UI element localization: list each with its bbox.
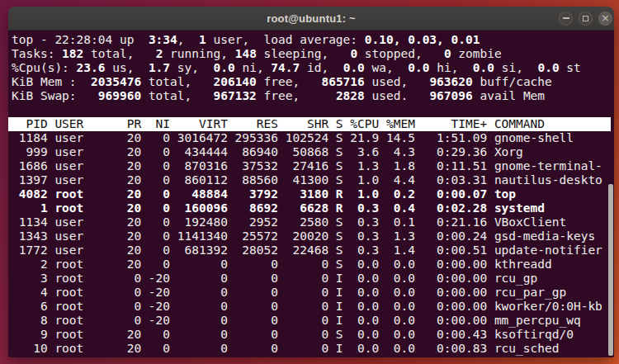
minimize-icon xyxy=(563,17,569,19)
scrollbar-thumb[interactable] xyxy=(608,184,613,356)
process-row: 9 root 20 0 0 0 0 S 0.0 0.0 0:00.43 ksof… xyxy=(12,328,614,342)
summary-line: top - 22:28:04 up 3:34, 1 user, load ave… xyxy=(12,33,614,47)
process-row: 6 root 0 -20 0 0 0 I 0.0 0.0 0:00.00 kwo… xyxy=(12,300,614,314)
window-controls: × xyxy=(559,7,612,30)
process-table-header: PID USER PR NI VIRT RES SHR S %CPU %MEM … xyxy=(8,117,611,131)
process-row: 2 root 20 0 0 0 0 S 0.0 0.0 0:00.00 kthr… xyxy=(12,258,614,272)
process-row: 3 root 0 -20 0 0 0 I 0.0 0.0 0:00.00 rcu… xyxy=(12,272,614,286)
desktop-background: root@ubuntu1: ~ × top - 22:28:04 up 3:34… xyxy=(0,0,619,364)
maximize-icon xyxy=(583,16,588,21)
maximize-button[interactable] xyxy=(579,12,593,26)
top-summary: top - 22:28:04 up 3:34, 1 user, load ave… xyxy=(12,33,614,103)
process-row: 4 root 0 -20 0 0 0 I 0.0 0.0 0:00.00 rcu… xyxy=(12,286,614,300)
terminal-body[interactable]: top - 22:28:04 up 3:34, 1 user, load ave… xyxy=(8,31,614,357)
close-icon: × xyxy=(601,12,610,23)
summary-line: KiB Swap: 969960 total, 967132 free, 282… xyxy=(12,89,614,103)
process-table: 1184 user 20 0 3016472 295336 102524 S 2… xyxy=(12,131,614,356)
process-row: 1686 user 20 0 870316 37532 27416 S 1.3 … xyxy=(12,159,614,173)
process-row: 1 root 20 0 160096 8692 6628 R 0.3 0.4 0… xyxy=(12,201,614,215)
blank-line xyxy=(12,103,614,117)
terminal-window: root@ubuntu1: ~ × top - 22:28:04 up 3:34… xyxy=(8,7,614,357)
process-row: 4082 root 20 0 48884 3792 3180 R 1.0 0.2… xyxy=(12,187,614,201)
process-row: 1772 user 20 0 681392 28052 22468 S 0.3 … xyxy=(12,243,614,258)
summary-line: %Cpu(s): 23.6 us, 1.7 sy, 0.0 ni, 74.7 i… xyxy=(12,61,614,75)
minimize-button[interactable] xyxy=(559,12,573,26)
process-row: 1343 user 20 0 1141340 25572 20020 S 0.3… xyxy=(12,229,614,243)
process-row: 8 root 0 -20 0 0 0 I 0.0 0.0 0:00.00 mm_… xyxy=(12,314,614,328)
process-row: 1184 user 20 0 3016472 295336 102524 S 2… xyxy=(12,131,614,145)
process-row: 1397 user 20 0 860112 88560 41300 S 1.0 … xyxy=(12,173,614,187)
summary-line: Tasks: 182 total, 2 running, 148 sleepin… xyxy=(12,47,614,61)
titlebar[interactable]: root@ubuntu1: ~ × xyxy=(8,7,614,31)
process-row: 999 user 20 0 434444 86940 50868 S 3.6 4… xyxy=(12,145,614,159)
process-row: 10 root 20 0 0 0 0 I 0.0 0.0 0:00.83 rcu… xyxy=(12,342,614,356)
window-title: root@ubuntu1: ~ xyxy=(8,7,614,30)
close-button[interactable]: × xyxy=(598,12,612,26)
summary-line: KiB Mem : 2035476 total, 206140 free, 86… xyxy=(12,75,614,89)
process-row: 1134 user 20 0 192480 2952 2580 S 0.3 0.… xyxy=(12,215,614,229)
